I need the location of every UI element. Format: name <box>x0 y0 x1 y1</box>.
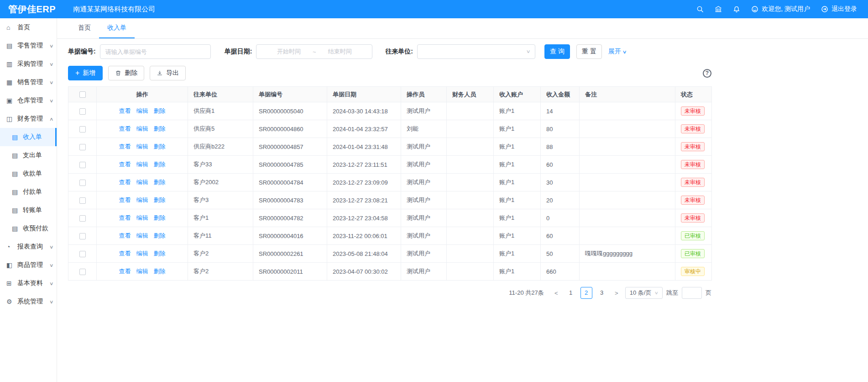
edit-link[interactable]: 编辑 <box>136 143 148 150</box>
basic-data-icon: ⊞ <box>6 280 14 287</box>
edit-link[interactable]: 编辑 <box>136 232 148 239</box>
sidebar-item-retail[interactable]: ▤ 零售管理 ∨ <box>0 37 57 55</box>
edit-link[interactable]: 编辑 <box>136 196 148 203</box>
delete-link[interactable]: 删除 <box>154 125 166 132</box>
table-row: 查看编辑删除 供应商b222 SR00000004857 2024-01-04 … <box>68 138 712 156</box>
view-link[interactable]: 查看 <box>119 125 131 132</box>
delete-link[interactable]: 删除 <box>154 250 166 257</box>
expand-filters-link[interactable]: 展开 ∨ <box>608 48 626 56</box>
sidebar-item-report[interactable]: ◔ 报表查询 ∨ <box>0 238 57 256</box>
search-icon[interactable] <box>696 5 704 13</box>
sidebar-item-system[interactable]: ⚙ 系统管理 ∨ <box>0 292 57 311</box>
cell-partner: 客户2 <box>188 263 253 281</box>
cell-amount: 60 <box>541 156 580 174</box>
help-icon[interactable]: ? <box>703 69 711 78</box>
edit-link[interactable]: 编辑 <box>136 107 148 114</box>
page-size-select[interactable]: 10 条/页 ∨ <box>625 287 663 299</box>
sidebar-item-warehouse[interactable]: ▣ 仓库管理 ∨ <box>0 91 57 110</box>
view-link[interactable]: 查看 <box>119 179 131 186</box>
view-link[interactable]: 查看 <box>119 143 131 150</box>
cell-operator: 测试用户 <box>401 138 447 156</box>
sidebar-item-advance[interactable]: ▤ 收预付款 <box>0 219 57 238</box>
cell-date: 2023-12-27 23:11:51 <box>327 156 401 174</box>
edit-link[interactable]: 编辑 <box>136 268 148 275</box>
delete-link[interactable]: 删除 <box>154 107 166 114</box>
cell-partner: 客户33 <box>188 156 253 174</box>
add-button[interactable]: + 新增 <box>68 66 103 80</box>
sidebar-item-expense[interactable]: ▤ 支出单 <box>0 146 57 164</box>
view-link[interactable]: 查看 <box>119 196 131 203</box>
row-checkbox[interactable] <box>79 144 86 150</box>
sidebar-item-sales[interactable]: ▦ 销售管理 ∨ <box>0 73 57 91</box>
logout-button[interactable]: 退出登录 <box>821 5 857 13</box>
row-checkbox[interactable] <box>79 180 86 186</box>
user-menu[interactable]: 欢迎您, 测试用户 <box>751 5 810 13</box>
view-link[interactable]: 查看 <box>119 161 131 168</box>
row-checkbox[interactable] <box>79 251 86 257</box>
status-badge: 未审核 <box>681 196 705 205</box>
sidebar-item-basic-data[interactable]: ⊞ 基本资料 ∨ <box>0 274 57 292</box>
view-link[interactable]: 查看 <box>119 107 131 114</box>
row-checkbox[interactable] <box>79 108 86 115</box>
tab-home[interactable]: 首页 <box>70 18 99 38</box>
row-checkbox[interactable] <box>79 126 86 133</box>
table-row: 查看编辑删除 客户1 SR00000004782 2023-12-27 23:0… <box>68 209 712 227</box>
select-all-checkbox[interactable] <box>79 91 86 98</box>
delete-link[interactable]: 删除 <box>154 196 166 203</box>
column-amount: 收入金额 <box>541 87 580 102</box>
edit-link[interactable]: 编辑 <box>136 161 148 168</box>
search-button[interactable]: 查 询 <box>544 44 570 59</box>
delete-link[interactable]: 删除 <box>154 268 166 275</box>
cell-remark <box>580 191 675 209</box>
cell-operator: 测试用户 <box>401 209 447 227</box>
date-range-picker[interactable]: 开始时间 ~ 结束时间 <box>256 44 372 59</box>
doc-no-input[interactable] <box>100 44 211 59</box>
cell-finance-person <box>447 227 494 245</box>
tab-income[interactable]: 收入单 <box>99 18 135 38</box>
sidebar-item-transfer[interactable]: ▤ 转账单 <box>0 201 57 219</box>
bank-icon[interactable] <box>715 5 722 13</box>
delete-link[interactable]: 删除 <box>154 161 166 168</box>
doc-icon: ▤ <box>12 133 20 141</box>
sidebar-item-goods[interactable]: ◧ 商品管理 ∨ <box>0 256 57 274</box>
jump-page-input[interactable] <box>682 287 702 299</box>
sidebar-item-payment[interactable]: ▤ 付款单 <box>0 183 57 201</box>
bell-icon[interactable] <box>733 5 740 13</box>
row-checkbox[interactable] <box>79 233 86 239</box>
edit-link[interactable]: 编辑 <box>136 125 148 132</box>
sidebar-item-home[interactable]: ⌂ 首页 <box>0 18 57 37</box>
export-button[interactable]: 导出 <box>150 66 186 80</box>
page-button-3[interactable]: 3 <box>596 287 608 299</box>
sidebar-item-income[interactable]: ▤ 收入单 <box>0 128 57 146</box>
row-checkbox[interactable] <box>79 197 86 204</box>
view-link[interactable]: 查看 <box>119 268 131 275</box>
row-checkbox[interactable] <box>79 162 86 168</box>
delete-link[interactable]: 删除 <box>154 143 166 150</box>
delete-link[interactable]: 删除 <box>154 232 166 239</box>
delete-button[interactable]: 删除 <box>108 66 144 80</box>
delete-link[interactable]: 删除 <box>154 214 166 221</box>
edit-link[interactable]: 编辑 <box>136 250 148 257</box>
page-button-1[interactable]: 1 <box>565 287 577 299</box>
edit-link[interactable]: 编辑 <box>136 214 148 221</box>
sidebar-item-label: 系统管理 <box>17 297 43 306</box>
view-link[interactable]: 查看 <box>119 250 131 257</box>
edit-link[interactable]: 编辑 <box>136 179 148 186</box>
row-checkbox[interactable] <box>79 269 86 275</box>
cell-operator: 测试用户 <box>401 174 447 191</box>
page-button-2-current[interactable]: 2 <box>580 287 592 299</box>
tab-label: 收入单 <box>107 24 126 32</box>
view-link[interactable]: 查看 <box>119 232 131 239</box>
prev-page-button[interactable]: < <box>551 290 561 297</box>
partner-select[interactable]: ∨ <box>417 44 535 59</box>
sidebar-item-purchase[interactable]: ▥ 采购管理 ∨ <box>0 55 57 73</box>
sidebar-item-receipt[interactable]: ▤ 收款单 <box>0 164 57 183</box>
view-link[interactable]: 查看 <box>119 214 131 221</box>
next-page-button[interactable]: > <box>612 290 622 297</box>
row-checkbox[interactable] <box>79 215 86 222</box>
column-remark: 备注 <box>580 87 675 102</box>
sidebar-item-finance[interactable]: ◫ 财务管理 ∧ <box>0 110 57 128</box>
sidebar-item-label: 零售管理 <box>17 42 43 50</box>
delete-link[interactable]: 删除 <box>154 179 166 186</box>
reset-button[interactable]: 重 置 <box>576 44 602 59</box>
